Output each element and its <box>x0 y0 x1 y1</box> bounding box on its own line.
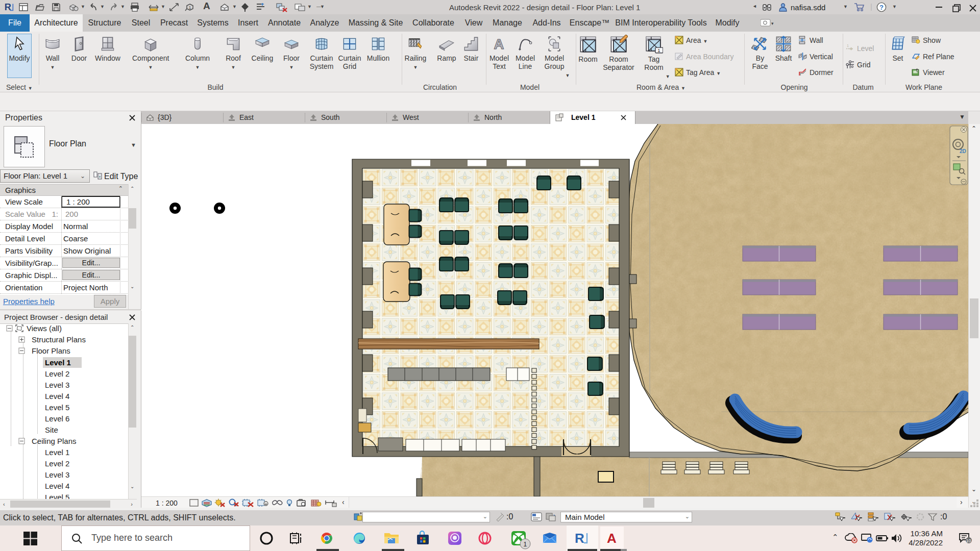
svg-text:▾: ▾ <box>771 21 774 26</box>
svg-text:2D: 2D <box>960 148 966 154</box>
svg-text:1: 1 <box>524 541 527 548</box>
svg-text:?: ? <box>879 4 884 11</box>
svg-text:R: R <box>575 531 584 545</box>
svg-text:10: 10 <box>966 538 971 543</box>
svg-text:1: 1 <box>189 5 191 10</box>
svg-text:A: A <box>607 531 617 545</box>
